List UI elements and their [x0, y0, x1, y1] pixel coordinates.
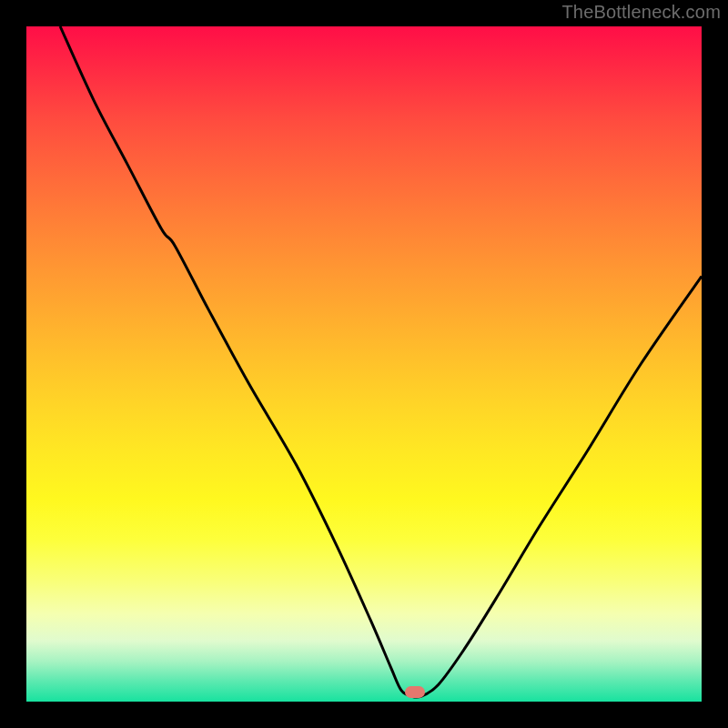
plot-area	[26, 26, 702, 702]
chart-frame: TheBottleneck.com	[0, 0, 728, 728]
bottleneck-curve	[26, 26, 702, 702]
watermark-text: TheBottleneck.com	[561, 2, 721, 23]
min-point-marker	[405, 686, 425, 698]
